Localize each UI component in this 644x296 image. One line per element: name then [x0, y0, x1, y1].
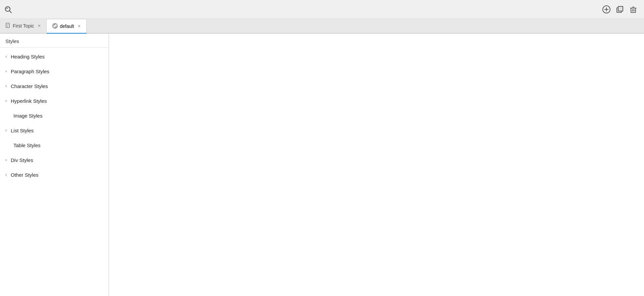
paragraph-styles-item[interactable]: › Paragraph Styles — [0, 64, 109, 79]
styles-icon — [52, 23, 58, 30]
duplicate-button[interactable] — [614, 4, 625, 15]
tab-default-label: default — [60, 24, 74, 29]
list-styles-chevron: › — [5, 128, 7, 133]
hyperlink-styles-chevron: › — [5, 98, 7, 103]
list-styles-item[interactable]: › List Styles — [0, 123, 109, 138]
list-styles-label: List Styles — [11, 128, 34, 133]
styles-panel-header: Styles — [0, 34, 109, 48]
image-styles-label: Image Styles — [13, 113, 43, 119]
app-container: First Topic ✕ default ✕ Styles — [0, 0, 644, 296]
character-styles-label: Character Styles — [11, 83, 48, 89]
character-styles-chevron: › — [5, 84, 7, 88]
tab-first-topic[interactable]: First Topic ✕ — [0, 19, 47, 33]
svg-line-1 — [10, 11, 12, 13]
styles-panel: Styles › Heading Styles › Paragraph Styl… — [0, 34, 109, 296]
paragraph-styles-label: Paragraph Styles — [11, 69, 49, 74]
character-styles-item[interactable]: › Character Styles — [0, 79, 109, 93]
image-styles-item[interactable]: Image Styles — [0, 108, 109, 123]
svg-point-0 — [5, 6, 10, 11]
document-icon — [5, 23, 11, 29]
heading-styles-item[interactable]: › Heading Styles — [0, 49, 109, 64]
tab-default-close[interactable]: ✕ — [77, 24, 81, 28]
table-styles-label: Table Styles — [13, 142, 41, 148]
svg-rect-6 — [618, 6, 623, 11]
toolbar-left — [3, 4, 13, 15]
toolbar-right — [601, 4, 639, 15]
paragraph-styles-chevron: › — [5, 69, 7, 74]
hyperlink-styles-label: Hyperlink Styles — [11, 98, 47, 104]
div-styles-label: Div Styles — [11, 157, 33, 163]
delete-button[interactable] — [628, 4, 639, 15]
other-styles-label: Other Styles — [11, 172, 39, 178]
add-button[interactable] — [601, 4, 612, 15]
heading-styles-chevron: › — [5, 54, 7, 59]
content-area — [109, 34, 644, 296]
div-styles-chevron: › — [5, 158, 7, 162]
hyperlink-styles-item[interactable]: › Hyperlink Styles — [0, 93, 109, 108]
tab-default[interactable]: default ✕ — [47, 19, 87, 34]
styles-list: › Heading Styles › Paragraph Styles › Ch… — [0, 48, 109, 183]
heading-styles-label: Heading Styles — [11, 54, 45, 59]
other-styles-chevron: › — [5, 172, 7, 177]
svg-point-19 — [54, 24, 55, 25]
table-styles-item[interactable]: Table Styles — [0, 138, 109, 153]
toolbar — [0, 0, 644, 19]
styles-header-label: Styles — [5, 38, 19, 44]
tab-first-topic-label: First Topic — [13, 23, 34, 29]
other-styles-item[interactable]: › Other Styles — [0, 167, 109, 182]
search-button[interactable] — [3, 4, 13, 15]
tab-first-topic-close[interactable]: ✕ — [38, 24, 41, 28]
svg-point-20 — [54, 27, 55, 27]
main-content: Styles › Heading Styles › Paragraph Styl… — [0, 34, 644, 296]
div-styles-item[interactable]: › Div Styles — [0, 153, 109, 167]
tabs-row: First Topic ✕ default ✕ — [0, 19, 644, 34]
